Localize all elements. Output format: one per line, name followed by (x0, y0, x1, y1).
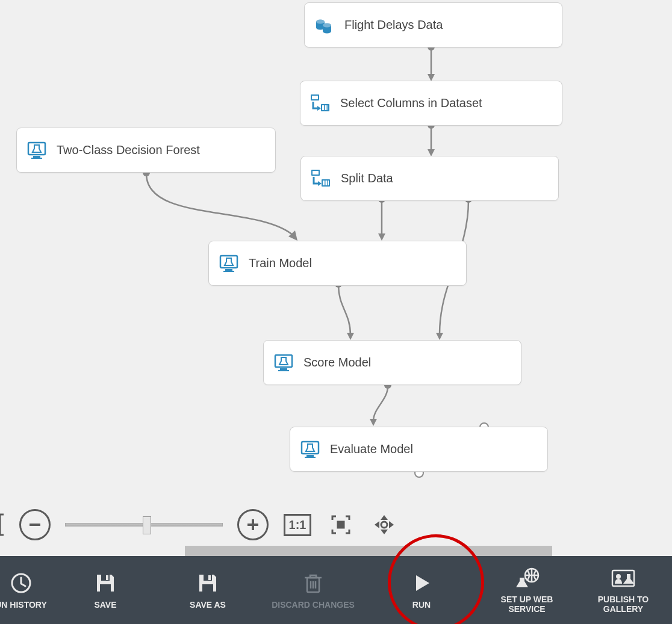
svg-rect-65 (208, 575, 211, 580)
command-bar: UN HISTORY SAVE SAVE AS DISCARD CHANGES … (0, 556, 672, 624)
svg-marker-58 (389, 521, 394, 528)
database-icon (312, 14, 337, 36)
experiment-icon (24, 140, 49, 161)
svg-point-22 (316, 19, 325, 23)
svg-marker-67 (416, 575, 429, 591)
node-score-model[interactable]: Score Model (263, 340, 521, 385)
svg-point-23 (323, 23, 331, 27)
node-label: Flight Delays Data (340, 18, 447, 32)
svg-rect-45 (280, 368, 287, 370)
zoom-slider-handle[interactable] (143, 516, 151, 534)
node-label: Select Columns in Dataset (335, 96, 487, 110)
svg-rect-38 (323, 181, 325, 185)
svg-rect-33 (31, 158, 42, 159)
svg-rect-49 (305, 457, 316, 458)
svg-rect-43 (223, 271, 234, 272)
save-as-icon (197, 571, 219, 595)
button-label: SAVE AS (190, 600, 226, 610)
discard-changes-button[interactable]: DISCARD CHANGES (259, 571, 367, 610)
svg-rect-48 (306, 455, 314, 457)
svg-marker-11 (347, 333, 354, 340)
svg-point-70 (616, 574, 621, 579)
svg-marker-13 (370, 419, 377, 426)
svg-rect-69 (612, 570, 634, 586)
svg-rect-62 (106, 575, 108, 580)
zoom-in-button[interactable] (237, 509, 269, 540)
minimap-edge-icon (0, 510, 5, 540)
svg-rect-52 (252, 519, 254, 530)
experiment-canvas[interactable]: Flight Delays Data Select Columns in Dat… (0, 0, 672, 554)
button-label: UN HISTORY (0, 600, 47, 610)
svg-rect-50 (30, 524, 40, 526)
zoom-fit-button[interactable] (326, 510, 355, 539)
button-label: SAVE (94, 600, 116, 610)
zoom-out-button[interactable] (19, 509, 51, 540)
svg-rect-25 (312, 96, 318, 99)
split-data-icon (308, 168, 334, 189)
button-label: PUBLISH TO GALLERY (598, 595, 649, 614)
svg-rect-29 (325, 105, 327, 110)
node-select-columns[interactable]: Select Columns in Dataset (300, 81, 562, 126)
svg-rect-60 (100, 584, 111, 592)
svg-rect-28 (322, 105, 324, 110)
node-two-class-forest[interactable]: Two-Class Decision Forest (16, 128, 276, 173)
run-history-button[interactable]: UN HISTORY (0, 571, 54, 610)
svg-rect-40 (328, 181, 329, 185)
node-label: Evaluate Model (325, 442, 418, 456)
svg-rect-39 (326, 181, 328, 185)
svg-rect-63 (202, 584, 213, 592)
pan-button[interactable] (370, 510, 399, 539)
save-button[interactable]: SAVE (54, 571, 157, 610)
experiment-icon (216, 253, 241, 274)
save-as-button[interactable]: SAVE AS (157, 571, 259, 610)
clock-icon (10, 571, 33, 595)
node-flight-delays[interactable]: Flight Delays Data (304, 2, 562, 48)
svg-marker-7 (436, 333, 443, 340)
zoom-toolbar: 1:1 (0, 504, 399, 546)
node-split-data[interactable]: Split Data (300, 156, 559, 201)
svg-rect-42 (225, 269, 232, 271)
svg-rect-46 (278, 370, 289, 371)
svg-marker-36 (318, 181, 322, 186)
svg-marker-5 (378, 233, 385, 241)
node-label: Split Data (336, 171, 398, 185)
svg-marker-56 (381, 530, 388, 534)
horizontal-scrollbar[interactable] (185, 546, 552, 556)
select-columns-icon (308, 93, 333, 114)
publish-gallery-button[interactable]: PUBLISH TO GALLERY (578, 566, 668, 614)
web-service-icon (514, 566, 540, 590)
svg-rect-30 (328, 105, 328, 110)
svg-point-54 (381, 522, 387, 528)
zoom-actual-button[interactable]: 1:1 (283, 510, 312, 539)
play-icon (411, 571, 432, 595)
button-label: SET UP WEB SERVICE (501, 595, 553, 614)
svg-rect-35 (313, 171, 319, 175)
svg-rect-32 (33, 156, 40, 158)
svg-point-21 (323, 29, 331, 33)
node-label: Train Model (244, 256, 317, 270)
gallery-icon (610, 566, 636, 590)
experiment-icon (271, 353, 296, 373)
trash-icon (303, 571, 323, 595)
svg-rect-53 (338, 522, 344, 528)
experiment-icon (297, 439, 323, 460)
svg-marker-55 (381, 515, 388, 520)
svg-marker-9 (288, 230, 297, 241)
save-icon (95, 571, 116, 595)
svg-marker-26 (317, 106, 321, 111)
zoom-slider[interactable] (65, 523, 223, 527)
svg-marker-57 (375, 521, 379, 528)
button-label: RUN (412, 600, 431, 610)
button-label: DISCARD CHANGES (272, 600, 355, 610)
node-label: Two-Class Decision Forest (52, 143, 205, 157)
setup-web-service-button[interactable]: SET UP WEB SERVICE (476, 566, 578, 614)
node-train-model[interactable]: Train Model (208, 241, 467, 286)
node-label: Score Model (299, 356, 376, 369)
node-evaluate-model[interactable]: Evaluate Model (290, 427, 548, 472)
run-button[interactable]: RUN (367, 571, 476, 610)
